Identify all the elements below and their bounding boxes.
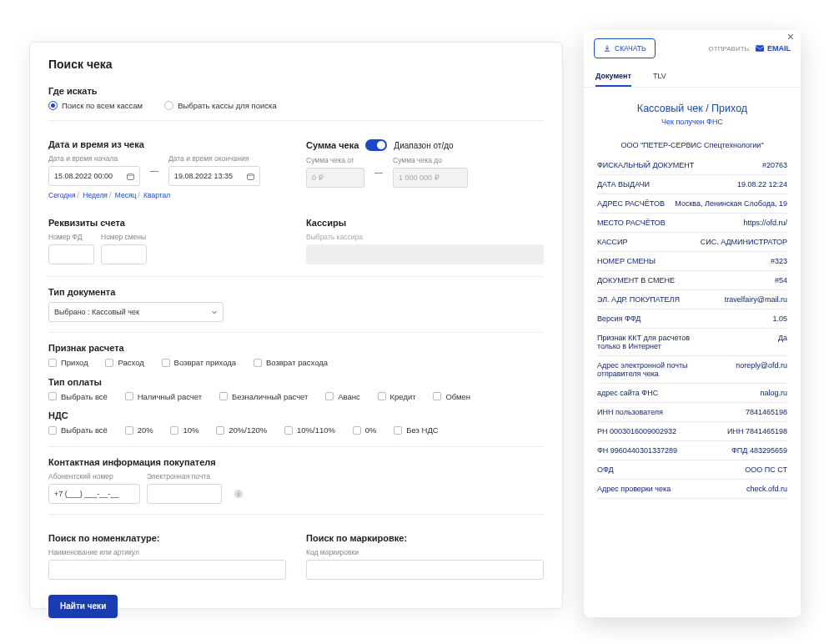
vat-0-check[interactable]: 0%: [353, 425, 377, 435]
calc-return-expense-check[interactable]: Возврат расхода: [254, 358, 328, 367]
receipt-value: 1.05: [772, 314, 787, 323]
link-quarter[interactable]: Квартал: [143, 191, 170, 199]
receipt-key: ИНН пользователя: [597, 408, 663, 416]
date-from-input[interactable]: 15.08.2022 00:00: [48, 166, 140, 186]
receipt-value: ФПД 483295659: [731, 446, 787, 455]
receipt-key: ОФД: [597, 465, 614, 474]
receipt-value: СИС. АДМИНИСТРАТОР: [701, 238, 787, 246]
receipt-row: Адрес проверки чекаcheck.ofd.ru: [597, 481, 787, 496]
date-to-input[interactable]: 19.08.2022 13:35: [168, 166, 260, 186]
pay-cash-check[interactable]: Наличный расчет: [125, 392, 202, 401]
radio-on-icon: [48, 101, 58, 110]
vat-10-check[interactable]: 10%: [170, 425, 198, 435]
pay-credit-check[interactable]: Кредит: [378, 392, 416, 401]
receipt-row: КАССИРСИС. АДМИНИСТРАТОР: [597, 234, 787, 249]
nomenclature-input[interactable]: [48, 560, 286, 580]
buyer-phone-input[interactable]: +7 (___) ___-__-__: [48, 484, 140, 504]
receipt-value: Да: [778, 334, 787, 342]
receipt-key: Адрес электронной почты отправителя чека: [597, 361, 697, 378]
tab-tlv[interactable]: TLV: [653, 67, 666, 87]
receipt-value: ИНН 7841465198: [727, 427, 787, 435]
pay-advance-check[interactable]: Аванс: [325, 392, 360, 401]
calc-return-income-check[interactable]: Возврат прихода: [162, 358, 237, 367]
receipt-value: travelfairy@mail.ru: [725, 295, 787, 304]
radio-off-icon: [164, 101, 173, 110]
svg-rect-1: [248, 174, 254, 179]
receipt-key: АДРЕС РАСЧЁТОВ: [597, 199, 665, 208]
receipt-key: ФН 9960440301337289: [597, 446, 677, 455]
receipt-key: РН 0003016009002932: [597, 427, 676, 435]
datetime-title: Дата и время из чека: [48, 139, 286, 149]
receipt-row: АДРЕС РАСЧЁТОВМосква, Ленинская Слобода,…: [597, 196, 787, 211]
receipt-org: ООО "ПЕТЕР-СЕРВИС Спецтехнологии": [597, 141, 787, 149]
pay-noncash-check[interactable]: Безналичный расчет: [219, 392, 309, 401]
cashier-select[interactable]: [306, 244, 544, 264]
receipt-value: https://ofd.ru/: [743, 219, 787, 227]
receipt-row: НОМЕР СМЕНЫ#323: [597, 254, 787, 269]
receipt-subtitle: Чек получен ФНС: [597, 118, 787, 126]
receipt-value: #54: [775, 276, 787, 284]
svg-rect-0: [128, 174, 134, 179]
find-receipts-button[interactable]: Найти чеки: [48, 595, 118, 618]
pay-exchange-check[interactable]: Обмен: [433, 392, 470, 401]
pay-all-check[interactable]: Выбрать всё: [48, 392, 108, 401]
receipt-value: #20763: [762, 161, 787, 169]
fd-number-input[interactable]: [48, 244, 94, 264]
receipt-title: Кассовый чек / Приход: [597, 103, 787, 114]
vat-all-check[interactable]: Выбрать всё: [48, 425, 108, 435]
calc-income-check[interactable]: Приход: [48, 358, 88, 367]
sum-to-input[interactable]: 1 000 000 ₽: [393, 168, 468, 188]
receipt-row: Версия ФФД1.05: [597, 311, 787, 326]
receipt-key: Адрес проверки чека: [597, 485, 671, 493]
date-quick-links: Сегодня/ Неделя/ Месяц/ Квартал: [48, 191, 286, 199]
link-today[interactable]: Сегодня: [48, 191, 76, 199]
receipt-row: адрес сайта ФНСnalog.ru: [597, 385, 787, 400]
search-form-panel: Поиск чека Где искать Поиск по всем касс…: [29, 42, 563, 609]
receipt-key: ДОКУМЕНТ В СМЕНЕ: [597, 276, 675, 284]
vat-none-check[interactable]: Без НДС: [394, 425, 438, 435]
marking-input[interactable]: [306, 560, 544, 580]
receipt-key: ДАТА ВЫДАЧИ: [597, 180, 650, 189]
tab-document[interactable]: Документ: [595, 67, 631, 87]
vat-20-120-check[interactable]: 20%/120%: [216, 425, 267, 435]
vat-10-110-check[interactable]: 10%/110%: [284, 425, 335, 435]
receipt-row: ДОКУМЕНТ В СМЕНЕ#54: [597, 273, 787, 288]
receipt-value: noreply@ofd.ru: [736, 361, 787, 370]
calendar-icon: [127, 173, 134, 180]
link-month[interactable]: Месяц: [115, 191, 137, 199]
receipt-key: МЕСТО РАСЧЁТОВ: [597, 219, 666, 227]
receipt-value: nalog.ru: [760, 389, 787, 397]
shift-number-input[interactable]: [101, 244, 147, 264]
receipt-key: Версия ФФД: [597, 314, 641, 323]
receipt-key: Признак ККТ для расчетов только в Интерн…: [597, 334, 697, 350]
buyer-email-input[interactable]: [147, 484, 222, 504]
receipt-value: Москва, Ленинская Слобода, 19: [675, 199, 787, 208]
send-email-button[interactable]: EMAIL: [756, 44, 791, 53]
receipt-row: ЭЛ. АДР. ПОКУПАТЕЛЯtravelfairy@mail.ru: [597, 292, 787, 307]
receipt-row: ФИСКАЛЬНЫЙ ДОКУМЕНТ#20763: [597, 158, 787, 173]
receipt-key: ФИСКАЛЬНЫЙ ДОКУМЕНТ: [597, 161, 694, 169]
receipt-row: ДАТА ВЫДАЧИ19.08.22 12:24: [597, 177, 787, 192]
vat-20-check[interactable]: 20%: [125, 425, 153, 435]
sum-from-input[interactable]: 0 ₽: [306, 168, 364, 188]
calc-expense-check[interactable]: Расход: [105, 358, 143, 367]
link-week[interactable]: Неделя: [83, 191, 108, 199]
where-title: Где искать: [48, 86, 544, 96]
doctype-select[interactable]: Выбрано : Кассовый чек: [48, 302, 224, 322]
chevron-down-icon: [211, 309, 218, 315]
receipt-key: КАССИР: [597, 238, 628, 246]
receipt-value: 7841465198: [746, 408, 787, 416]
receipt-key: НОМЕР СМЕНЫ: [597, 257, 656, 265]
where-select-radio[interactable]: Выбрать кассы для поиска: [164, 101, 277, 110]
receipt-row: ОФДООО ПС СТ: [597, 462, 787, 477]
svg-rect-4: [756, 45, 764, 52]
calendar-icon: [247, 173, 254, 180]
download-button[interactable]: СКАЧАТЬ: [594, 38, 656, 58]
receipt-row: Адрес электронной почты отправителя чека…: [597, 358, 787, 381]
page-title: Поиск чека: [48, 58, 544, 71]
download-icon: [603, 44, 611, 53]
where-all-radio[interactable]: Поиск по всем кассам: [48, 101, 143, 110]
receipt-row: РН 0003016009002932ИНН 7841465198: [597, 424, 787, 439]
sum-range-toggle[interactable]: [365, 139, 387, 151]
receipt-panel: × СКАЧАТЬ ОТПРАВИТЬ: EMAIL Документ TLV …: [584, 30, 801, 617]
